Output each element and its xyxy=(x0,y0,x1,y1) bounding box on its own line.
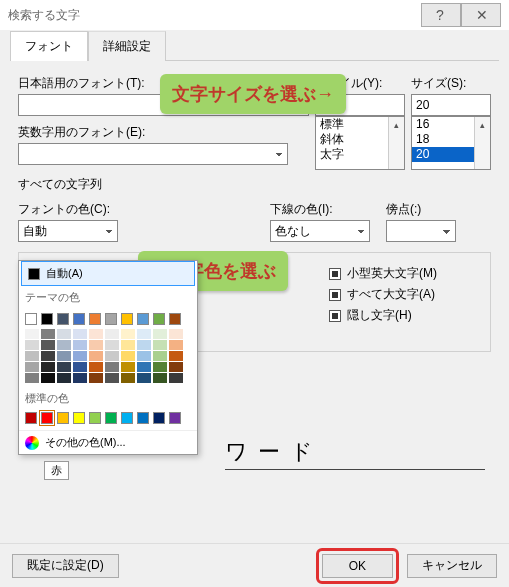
theme-shade-swatch[interactable] xyxy=(105,362,119,372)
ok-button[interactable]: OK xyxy=(322,554,393,578)
theme-shade-swatch[interactable] xyxy=(25,351,39,361)
theme-shade-swatch[interactable] xyxy=(57,373,71,383)
theme-shade-swatch[interactable] xyxy=(57,329,71,339)
theme-shade-swatch[interactable] xyxy=(137,351,151,361)
theme-shade-swatch[interactable] xyxy=(89,362,103,372)
theme-shade-swatch[interactable] xyxy=(25,329,39,339)
tab-strip: フォント 詳細設定 xyxy=(10,30,499,61)
size-input[interactable] xyxy=(411,94,491,116)
standard-colors-label: 標準の色 xyxy=(19,387,197,410)
theme-shade-swatch[interactable] xyxy=(169,362,183,372)
ok-highlight: OK xyxy=(316,548,399,584)
theme-shade-swatch[interactable] xyxy=(121,362,135,372)
theme-shade-swatch[interactable] xyxy=(169,329,183,339)
font-color-label: フォントの色(C): xyxy=(18,201,138,218)
theme-shade-swatch[interactable] xyxy=(137,373,151,383)
theme-shade-swatch[interactable] xyxy=(153,329,167,339)
emphasis-label: 傍点(:) xyxy=(386,201,466,218)
theme-shade-swatch[interactable] xyxy=(41,329,55,339)
theme-shade-swatch[interactable] xyxy=(169,340,183,350)
theme-shade-swatch[interactable] xyxy=(73,340,87,350)
theme-shade-swatch[interactable] xyxy=(153,351,167,361)
theme-shade-swatch[interactable] xyxy=(25,373,39,383)
theme-shade-swatch[interactable] xyxy=(121,351,135,361)
theme-swatch[interactable] xyxy=(25,313,37,325)
theme-shade-swatch[interactable] xyxy=(153,340,167,350)
standard-swatch[interactable] xyxy=(25,412,37,424)
theme-shade-swatch[interactable] xyxy=(89,340,103,350)
standard-swatch[interactable] xyxy=(121,412,133,424)
theme-shade-swatch[interactable] xyxy=(105,351,119,361)
theme-swatch[interactable] xyxy=(169,313,181,325)
tab-advanced[interactable]: 詳細設定 xyxy=(88,31,166,61)
style-list[interactable]: 標準 斜体 太字 ▴ xyxy=(315,116,405,170)
theme-shade-swatch[interactable] xyxy=(73,362,87,372)
help-button[interactable]: ? xyxy=(421,3,461,27)
theme-shade-swatch[interactable] xyxy=(105,373,119,383)
theme-shade-swatch[interactable] xyxy=(153,362,167,372)
theme-shade-swatch[interactable] xyxy=(89,373,103,383)
theme-shade-swatch[interactable] xyxy=(153,373,167,383)
theme-swatch[interactable] xyxy=(73,313,85,325)
theme-shade-swatch[interactable] xyxy=(25,340,39,350)
theme-shade-swatch[interactable] xyxy=(73,329,87,339)
theme-shade-swatch[interactable] xyxy=(105,329,119,339)
theme-shade-swatch[interactable] xyxy=(169,373,183,383)
standard-swatch[interactable] xyxy=(89,412,101,424)
theme-shade-swatch[interactable] xyxy=(57,340,71,350)
allcaps-check[interactable] xyxy=(329,289,341,301)
tab-font[interactable]: フォント xyxy=(10,31,88,61)
theme-swatch[interactable] xyxy=(137,313,149,325)
standard-swatch[interactable] xyxy=(41,412,53,424)
cancel-button[interactable]: キャンセル xyxy=(407,554,497,578)
standard-swatch[interactable] xyxy=(105,412,117,424)
theme-swatch[interactable] xyxy=(41,313,53,325)
theme-shade-swatch[interactable] xyxy=(57,351,71,361)
theme-shade-swatch[interactable] xyxy=(89,329,103,339)
theme-shade-swatch[interactable] xyxy=(121,340,135,350)
theme-shade-swatch[interactable] xyxy=(105,340,119,350)
standard-swatch[interactable] xyxy=(153,412,165,424)
color-auto[interactable]: 自動(A) xyxy=(21,261,195,286)
standard-swatch[interactable] xyxy=(73,412,85,424)
standard-swatch[interactable] xyxy=(57,412,69,424)
theme-shade-swatch[interactable] xyxy=(41,340,55,350)
en-font-combo[interactable] xyxy=(18,143,288,165)
en-font-label: 英数字用のフォント(E): xyxy=(18,124,309,141)
theme-shade-swatch[interactable] xyxy=(25,362,39,372)
theme-shade-swatch[interactable] xyxy=(73,373,87,383)
theme-swatch[interactable] xyxy=(105,313,117,325)
preview-text: ワード xyxy=(225,430,485,470)
emphasis-combo[interactable] xyxy=(386,220,456,242)
window-title: 検索する文字 xyxy=(8,7,421,24)
standard-swatch[interactable] xyxy=(137,412,149,424)
theme-shade-swatch[interactable] xyxy=(57,362,71,372)
standard-swatch[interactable] xyxy=(169,412,181,424)
theme-shade-swatch[interactable] xyxy=(169,351,183,361)
theme-swatch[interactable] xyxy=(89,313,101,325)
theme-swatch[interactable] xyxy=(57,313,69,325)
more-colors[interactable]: その他の色(M)... xyxy=(19,430,197,454)
theme-shade-swatch[interactable] xyxy=(73,351,87,361)
theme-shade-swatch[interactable] xyxy=(137,329,151,339)
theme-swatch[interactable] xyxy=(153,313,165,325)
theme-shade-swatch[interactable] xyxy=(41,351,55,361)
hidden-check[interactable] xyxy=(329,310,341,322)
theme-shade-swatch[interactable] xyxy=(89,351,103,361)
theme-shade-swatch[interactable] xyxy=(41,373,55,383)
set-default-button[interactable]: 既定に設定(D) xyxy=(12,554,119,578)
theme-shade-swatch[interactable] xyxy=(137,362,151,372)
size-label: サイズ(S): xyxy=(411,75,491,92)
theme-shade-swatch[interactable] xyxy=(137,340,151,350)
theme-shade-swatch[interactable] xyxy=(41,362,55,372)
theme-shade-swatch[interactable] xyxy=(121,329,135,339)
size-list[interactable]: 16 18 20 ▴ xyxy=(411,116,491,170)
smallcaps-check[interactable] xyxy=(329,268,341,280)
theme-swatch[interactable] xyxy=(121,313,133,325)
underline-color-combo[interactable]: 色なし xyxy=(270,220,370,242)
button-bar: 既定に設定(D) OK キャンセル xyxy=(0,543,509,587)
theme-shade-swatch[interactable] xyxy=(121,373,135,383)
font-color-combo[interactable]: 自動 xyxy=(18,220,118,242)
close-button[interactable]: ✕ xyxy=(461,3,501,27)
color-dropdown: 自動(A) テーマの色 標準の色 その他の色(M)... xyxy=(18,260,198,455)
